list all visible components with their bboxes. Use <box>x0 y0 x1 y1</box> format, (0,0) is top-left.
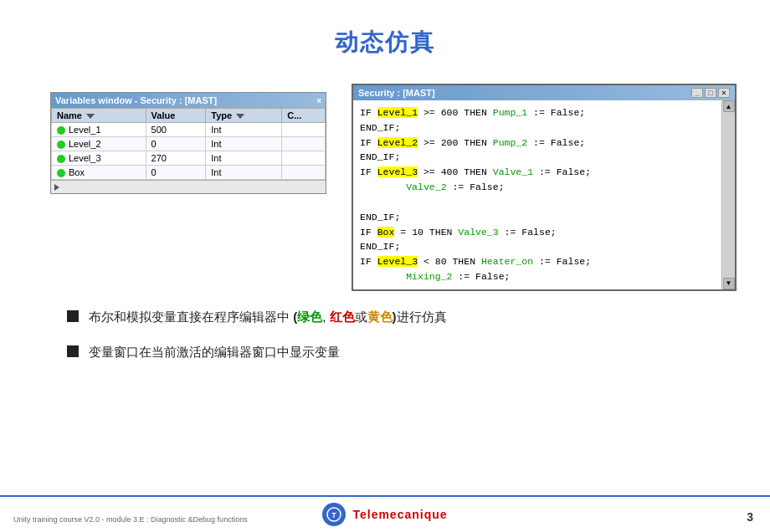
variables-footer <box>51 180 326 193</box>
var-value-cell: 0 <box>146 166 206 180</box>
security-titlebar: Security : [MAST] _ □ × <box>353 85 735 100</box>
bullet-icon-1 <box>67 310 79 322</box>
code-line-12: Mixing_2 := False; <box>360 269 715 284</box>
code-line-1: IF Level_1 >= 600 THEN Pump_1 := False; <box>360 105 715 120</box>
table-row: Level_1 500 Int <box>52 123 326 137</box>
footer: Unity training course V2.0 - module 3.E … <box>0 495 770 532</box>
var-status-dot <box>57 169 65 177</box>
code-line-8: END_IF; <box>360 210 715 225</box>
code-line-5: IF Level_3 >= 400 THEN Valve_1 := False; <box>360 165 715 180</box>
code-line-9: IF Box = 10 THEN Valve_3 := False; <box>360 225 715 240</box>
code-scrollbar[interactable]: ▲ ▼ <box>721 100 735 289</box>
bullet-text-1: 布尔和模拟变量直接在程序编辑器中 (绿色, 红色或黄色)进行仿真 <box>89 308 447 327</box>
bullet-item-1: 布尔和模拟变量直接在程序编辑器中 (绿色, 红色或黄色)进行仿真 <box>67 308 703 327</box>
bullet-icon-2 <box>67 345 79 357</box>
code-line-6: Valve_2 := False; <box>360 180 715 195</box>
var-col4-cell <box>282 137 326 151</box>
var-name-cell: Box <box>52 166 146 180</box>
var-col4-cell <box>282 166 326 180</box>
footer-arrow-icon <box>54 184 59 191</box>
scroll-down-btn[interactable]: ▼ <box>723 278 735 289</box>
close-btn[interactable]: × <box>718 88 730 98</box>
code-line-11: IF Level_3 < 80 THEN Heater_on := False; <box>360 254 715 269</box>
table-header-row: Name Value Type C... <box>52 109 326 123</box>
col-type: Type <box>206 109 282 123</box>
var-value-cell: 0 <box>146 137 206 151</box>
code-line-3: IF Level_2 >= 200 THEN Pump_2 := False; <box>360 136 715 151</box>
var-type-cell: Int <box>206 123 282 137</box>
var-type-cell: Int <box>206 137 282 151</box>
var-type-cell: Int <box>206 166 282 180</box>
variables-close-btn[interactable]: × <box>316 96 321 105</box>
var-col4-cell <box>282 123 326 137</box>
titlebar-buttons: _ □ × <box>691 88 730 98</box>
var-value-cell: 500 <box>146 123 206 137</box>
code-line-7 <box>360 195 715 210</box>
svg-text:T: T <box>332 511 337 519</box>
bullets-area: 布尔和模拟变量直接在程序编辑器中 (绿色, 红色或黄色)进行仿真 变量窗口在当前… <box>0 291 770 362</box>
var-value-cell: 270 <box>146 151 206 166</box>
bullet-item-2: 变量窗口在当前激活的编辑器窗口中显示变量 <box>67 343 703 362</box>
bullet-text-2: 变量窗口在当前激活的编辑器窗口中显示变量 <box>89 343 340 362</box>
variables-window: Variables window - Security : [MAST] × N… <box>50 92 326 194</box>
var-name-cell: Level_1 <box>52 123 146 137</box>
variables-title: Variables window - Security : [MAST] <box>55 95 217 105</box>
table-row: Level_3 270 Int <box>52 151 326 166</box>
scroll-up-btn[interactable]: ▲ <box>723 100 735 112</box>
variables-titlebar: Variables window - Security : [MAST] × <box>51 93 326 108</box>
var-type-cell: Int <box>206 151 282 166</box>
brand-name: Telemecanique <box>352 508 447 521</box>
page-number: 3 <box>747 510 753 524</box>
footer-logo: T Telemecanique <box>322 503 447 526</box>
var-col4-cell <box>282 151 326 166</box>
content-area: Variables window - Security : [MAST] × N… <box>0 75 770 291</box>
col-value: Value <box>146 109 206 123</box>
security-title: Security : [MAST] <box>358 88 435 98</box>
security-window: Security : [MAST] _ □ × IF Level_1 >= 60… <box>352 84 737 291</box>
variables-table: Name Value Type C... Level_1 500 Int Lev… <box>51 108 326 180</box>
code-wrapper: IF Level_1 >= 600 THEN Pump_1 := False; … <box>353 100 735 289</box>
code-line-10: END_IF; <box>360 239 715 254</box>
code-line-2: END_IF; <box>360 120 715 136</box>
var-status-dot <box>57 155 65 163</box>
col-name: Name <box>52 109 146 123</box>
footer-course-text: Unity training course V2.0 - module 3.E … <box>13 515 248 524</box>
col-c: C... <box>282 109 326 123</box>
var-name-cell: Level_3 <box>52 151 146 166</box>
minimize-btn[interactable]: _ <box>691 88 703 98</box>
logo-icon: T <box>322 503 346 526</box>
table-row: Level_2 0 Int <box>52 137 326 151</box>
code-line-4: END_IF; <box>360 150 715 165</box>
page-title: 动态仿真 <box>0 0 770 75</box>
var-name-cell: Level_2 <box>52 137 146 151</box>
maximize-btn[interactable]: □ <box>705 88 716 98</box>
var-status-dot <box>57 141 65 149</box>
var-status-dot <box>57 126 65 135</box>
table-row: Box 0 Int <box>52 166 326 180</box>
code-area: IF Level_1 >= 600 THEN Pump_1 := False; … <box>353 100 721 289</box>
